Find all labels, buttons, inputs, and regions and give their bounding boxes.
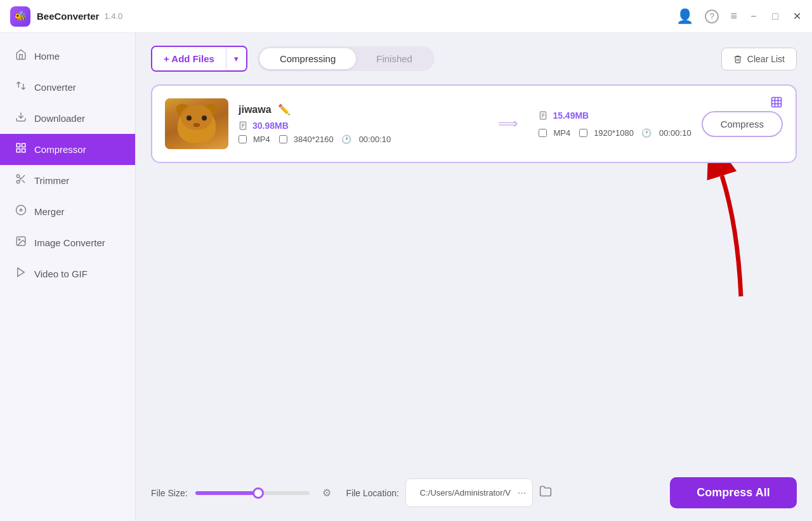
folder-icon[interactable] [539, 485, 552, 501]
compressor-icon [15, 142, 27, 157]
toolbar: + Add Files ▾ Compressing Finished Clear… [151, 46, 797, 72]
file-location-label: File Location: [346, 488, 399, 498]
svg-point-5 [16, 175, 20, 178]
svg-rect-1 [16, 143, 20, 147]
sidebar-item-downloader[interactable]: Downloader [0, 103, 135, 134]
app-version: 1.4.0 [104, 11, 122, 21]
output-format: MP4 [553, 128, 570, 138]
sidebar-label-video-to-gif: Video to GIF [34, 268, 88, 279]
file-size-control: File Size: ⚙ [151, 487, 331, 499]
menu-icon[interactable]: ≡ [730, 10, 737, 23]
add-files-dropdown-arrow[interactable]: ▾ [226, 48, 246, 70]
duration-icon: 🕐 [341, 135, 351, 144]
converter-icon [15, 80, 27, 95]
original-format: MP4 [253, 135, 270, 144]
home-icon [15, 49, 27, 63]
maximize-button[interactable]: □ [770, 11, 780, 22]
sidebar-label-home: Home [34, 51, 60, 62]
svg-line-8 [22, 180, 25, 183]
compress-all-button[interactable]: Compress All [670, 477, 797, 508]
content-spacer [151, 163, 797, 465]
sidebar-item-converter[interactable]: Converter [0, 72, 135, 103]
sidebar-label-downloader: Downloader [34, 113, 85, 124]
svg-rect-3 [16, 149, 20, 152]
sidebar-label-trimmer: Trimmer [34, 175, 69, 186]
slider-thumb[interactable] [252, 487, 264, 499]
output-duration: 00:00:10 [659, 128, 691, 138]
image-converter-icon [15, 235, 27, 250]
svg-rect-24 [772, 98, 782, 107]
tab-compressing[interactable]: Compressing [259, 48, 356, 69]
svg-marker-15 [18, 268, 25, 277]
minimize-button[interactable]: − [749, 11, 759, 22]
output-format-checkbox[interactable] [539, 129, 547, 137]
help-icon[interactable]: ? [705, 10, 719, 23]
sidebar-label-merger: Merger [34, 206, 65, 217]
file-icon [239, 121, 247, 130]
file-format-meta: MP4 3840*2160 🕐 00:00:10 [239, 135, 478, 144]
location-input-group: C:/Users/Administrator/V ··· [405, 478, 533, 507]
file-thumbnail [165, 98, 228, 149]
compress-button[interactable]: Compress [702, 111, 783, 137]
add-files-button[interactable]: + Add Files ▾ [151, 46, 247, 72]
file-location-control: File Location: C:/Users/Administrator/V … [346, 478, 553, 507]
format-checkbox[interactable] [239, 135, 247, 143]
original-size: 30.98MB [252, 121, 289, 131]
svg-rect-4 [22, 149, 25, 152]
output-duration-icon: 🕐 [641, 128, 652, 138]
file-output: 15.49MB MP4 1920*1080 🕐 00:00:10 [539, 110, 691, 138]
sidebar-label-converter: Converter [34, 82, 76, 93]
resolution-checkbox[interactable] [279, 135, 287, 143]
app-title: BeeConverter [37, 11, 99, 22]
location-path[interactable]: C:/Users/Administrator/V [412, 483, 514, 503]
tab-finished[interactable]: Finished [356, 48, 433, 69]
location-more-button[interactable]: ··· [518, 487, 526, 499]
output-resolution: 1920*1080 [594, 128, 634, 138]
output-format-meta: MP4 1920*1080 🕐 00:00:10 [539, 128, 691, 138]
bottom-bar: File Size: ⚙ File Location: C:/Users/Adm… [151, 465, 797, 508]
sidebar-item-image-converter[interactable]: Image Converter [0, 227, 135, 258]
svg-line-9 [19, 177, 21, 179]
arrow-area: ⟹ [488, 115, 528, 132]
slider-settings-icon[interactable]: ⚙ [322, 487, 331, 499]
edit-icon[interactable]: ✏️ [278, 103, 291, 115]
file-info: jiwawa ✏️ 30.98MB MP4 3840*2160 🕐 00:00:… [239, 103, 478, 144]
titlebar: 🐝 BeeConverter 1.4.0 👤 ? ≡ − □ ✕ [0, 0, 812, 33]
sidebar-item-video-to-gif[interactable]: Video to GIF [0, 258, 135, 289]
svg-rect-2 [22, 143, 25, 147]
file-card: jiwawa ✏️ 30.98MB MP4 3840*2160 🕐 00:00:… [151, 84, 797, 163]
main-content: + Add Files ▾ Compressing Finished Clear… [136, 33, 812, 521]
downloader-icon [15, 111, 27, 126]
output-resolution-checkbox[interactable] [579, 129, 587, 137]
slider-track [195, 491, 310, 495]
sidebar: Home Converter Downloader Compressor Tri… [0, 33, 136, 521]
clear-list-button[interactable]: Clear List [721, 48, 797, 70]
original-duration: 00:00:10 [359, 135, 391, 144]
user-icon[interactable]: 👤 [676, 8, 693, 25]
sidebar-item-merger[interactable]: Merger [0, 196, 135, 227]
trimmer-icon [15, 173, 27, 188]
sidebar-item-compressor[interactable]: Compressor [0, 134, 135, 165]
file-name: jiwawa [239, 104, 272, 115]
titlebar-actions: 👤 ? ≡ − □ ✕ [676, 8, 802, 25]
svg-point-14 [18, 239, 20, 240]
add-files-label[interactable]: + Add Files [152, 47, 226, 70]
merger-icon [15, 204, 27, 219]
output-file-icon [539, 111, 547, 120]
convert-arrow: ⟹ [498, 115, 518, 132]
output-size: 15.49MB [553, 110, 589, 121]
file-original-meta: 30.98MB [239, 121, 478, 131]
svg-point-6 [16, 180, 20, 183]
close-button[interactable]: ✕ [792, 11, 802, 22]
sidebar-item-trimmer[interactable]: Trimmer [0, 165, 135, 196]
original-resolution: 3840*2160 [294, 135, 334, 144]
app-logo: 🐝 [10, 6, 30, 27]
sidebar-label-image-converter: Image Converter [34, 237, 105, 248]
tab-group: Compressing Finished [258, 46, 435, 71]
sidebar-item-home[interactable]: Home [0, 41, 135, 72]
video-to-gif-icon [15, 267, 27, 281]
file-settings-icon[interactable] [770, 96, 783, 112]
clear-list-label: Clear List [747, 54, 785, 64]
sidebar-label-compressor: Compressor [34, 144, 86, 155]
file-size-slider-container [195, 491, 310, 495]
